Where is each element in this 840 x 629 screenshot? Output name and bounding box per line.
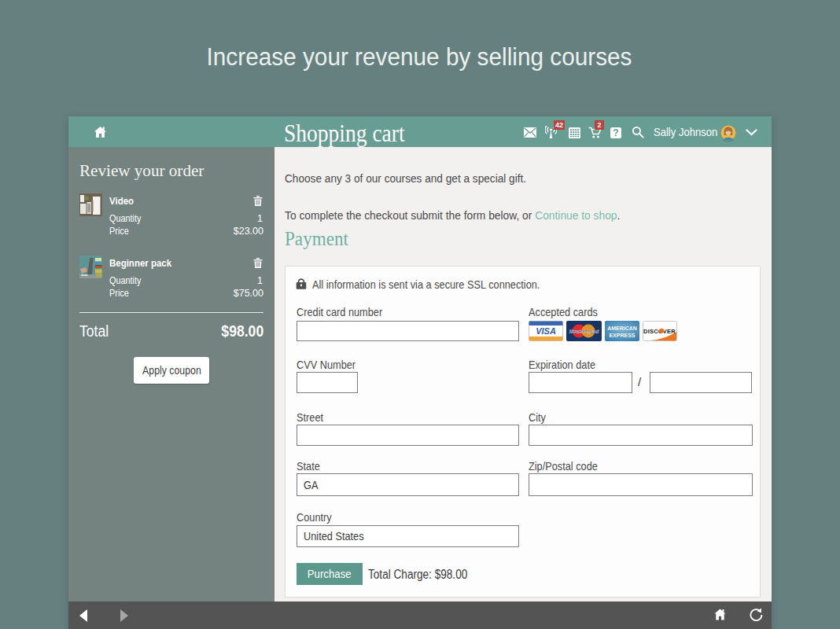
svg-text:MasterCard: MasterCard: [569, 329, 599, 334]
svg-text:AMERICAN: AMERICAN: [607, 326, 637, 331]
svg-text:EXPRESS: EXPRESS: [609, 333, 635, 338]
svg-text:VISA: VISA: [536, 326, 556, 336]
